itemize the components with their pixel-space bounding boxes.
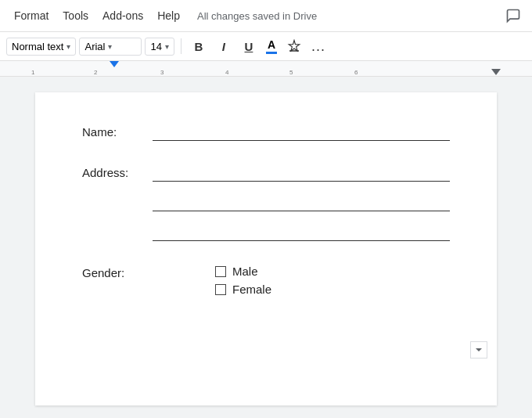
- font-size-chevron-icon: ▾: [165, 42, 169, 51]
- gender-label: Gender:: [82, 265, 153, 279]
- ruler-mark-1: 1: [31, 69, 34, 76]
- address-line-3[interactable]: [153, 224, 450, 241]
- ruler-inner: 1 2 3 4 5 6: [8, 61, 524, 76]
- highlight-button[interactable]: [283, 35, 305, 57]
- menu-help[interactable]: Help: [151, 6, 186, 25]
- dropdown-corner-button[interactable]: [470, 341, 487, 359]
- female-checkbox[interactable]: [215, 284, 226, 295]
- ruler-mark-6: 6: [354, 69, 358, 76]
- menu-bar: Format Tools Add-ons Help All changes sa…: [0, 0, 532, 32]
- gender-options: Male Female: [215, 265, 450, 296]
- ruler-tab-down: [491, 69, 501, 75]
- address-line-2[interactable]: [153, 194, 450, 211]
- gender-options-container: Male Female: [153, 265, 450, 296]
- app-container: Format Tools Add-ons Help All changes sa…: [0, 0, 532, 418]
- italic-button[interactable]: I: [213, 35, 235, 57]
- document-page: Name: Address: Gender:: [35, 92, 497, 405]
- ruler-mark-2: 2: [94, 69, 97, 76]
- document-area: Name: Address: Gender:: [0, 77, 532, 418]
- ruler-mark-3: 3: [160, 69, 164, 76]
- female-label: Female: [232, 283, 271, 296]
- ruler-tab-left: [110, 61, 119, 67]
- font-select[interactable]: Arial ▾: [79, 38, 142, 56]
- bold-button[interactable]: B: [188, 35, 210, 57]
- font-color-letter: A: [268, 39, 275, 50]
- name-field-area: [153, 124, 450, 141]
- font-color-bar: [266, 52, 277, 54]
- more-options-button[interactable]: ...: [308, 37, 329, 56]
- male-checkbox[interactable]: [215, 266, 226, 277]
- menu-addons[interactable]: Add-ons: [96, 6, 149, 25]
- female-option[interactable]: Female: [215, 283, 450, 296]
- save-status: All changes saved in Drive: [197, 10, 317, 22]
- address-row: Address:: [82, 164, 450, 241]
- address-label: Address:: [82, 164, 153, 179]
- toolbar: Normal text ▾ Arial ▾ 14 ▾ B I U A ...: [0, 32, 532, 61]
- menu-tools[interactable]: Tools: [56, 6, 95, 25]
- male-option[interactable]: Male: [215, 265, 450, 278]
- address-line-1[interactable]: [153, 164, 450, 182]
- style-label: Normal text: [12, 41, 63, 52]
- underline-button[interactable]: U: [238, 35, 260, 57]
- name-row: Name:: [82, 124, 450, 141]
- ruler: 1 2 3 4 5 6: [0, 61, 532, 77]
- address-field-area: [153, 164, 450, 241]
- font-size-label: 14: [150, 41, 161, 52]
- style-chevron-icon: ▾: [66, 42, 70, 51]
- font-color-button[interactable]: A: [263, 38, 280, 56]
- ruler-mark-5: 5: [289, 69, 293, 76]
- name-line[interactable]: [153, 124, 450, 141]
- name-label: Name:: [82, 124, 153, 139]
- style-select[interactable]: Normal text ▾: [6, 38, 76, 56]
- toolbar-divider-1: [181, 38, 182, 54]
- menu-bar-right: [502, 5, 524, 27]
- font-label: Arial: [84, 41, 105, 52]
- comment-icon[interactable]: [502, 5, 524, 27]
- menu-format[interactable]: Format: [8, 6, 55, 25]
- male-label: Male: [232, 265, 258, 278]
- font-chevron-icon: ▾: [108, 42, 112, 51]
- font-size-select[interactable]: 14 ▾: [145, 38, 174, 56]
- gender-row: Gender: Male Female: [82, 265, 450, 296]
- ruler-mark-4: 4: [225, 69, 228, 76]
